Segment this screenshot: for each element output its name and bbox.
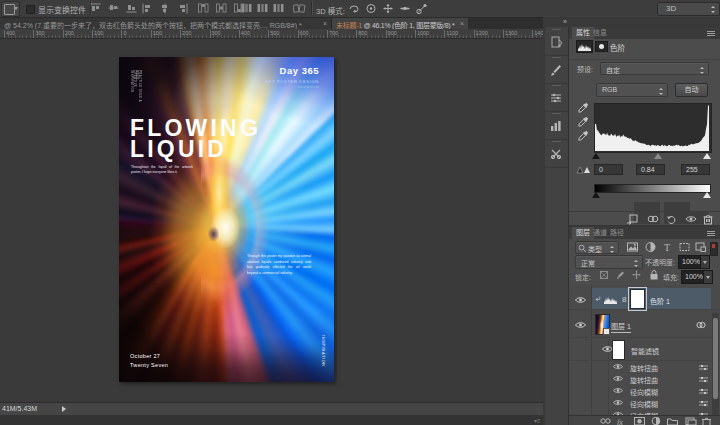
layer-row-smart-filters[interactable]: 智能滤镜 [569,339,720,361]
panel-menu-icon[interactable] [707,30,717,37]
add-adjustment-icon[interactable] [651,417,663,425]
brush-panel-icon[interactable] [545,55,568,84]
output-white-slider[interactable] [703,192,711,198]
filter-type-layers-icon[interactable]: T [662,242,673,252]
levels-histogram[interactable] [594,103,712,153]
document-tab-inactive[interactable]: @ 54.2% (7.重要的一步来了，双击红色箭头处的两个按钮，把两个模式都选择… [0,18,332,29]
show-transform-checkbox[interactable] [26,5,35,14]
link-layers-icon[interactable] [600,417,612,425]
dist-top-icon[interactable] [198,3,211,14]
lock-all-icon[interactable] [649,270,659,281]
eye-icon[interactable] [575,321,586,329]
tool-preset-picker[interactable] [1,1,20,17]
view-previous-state-icon[interactable] [647,214,659,224]
layer-effects-icon[interactable]: fx [617,417,629,425]
align-hcenter-icon[interactable] [160,3,173,14]
white-point-eyedropper-icon[interactable] [578,130,589,141]
reset-adjustment-icon[interactable] [666,214,678,224]
layer-thumbnail[interactable] [596,315,609,334]
align-vcenter-icon[interactable] [108,3,121,14]
filter-blend-options-icon[interactable] [699,388,708,395]
layer-mask-thumbnail[interactable] [630,289,645,309]
smart-filter-row[interactable]: 旋转扭曲 [569,361,720,373]
collapse-panels-icon[interactable]: » [563,18,568,25]
align-right-icon[interactable] [178,3,191,14]
filter-smart-objects-icon[interactable] [695,242,706,252]
status-popup-arrow-icon[interactable] [62,406,66,412]
3d-rotate-icon[interactable] [348,3,361,14]
lock-position-icon[interactable] [632,270,642,281]
align-bottom-icon[interactable] [126,3,139,14]
scrollbar-thumb[interactable] [713,318,718,399]
channel-dropdown[interactable]: RGB [596,83,668,97]
delete-adjustment-icon[interactable] [702,214,714,224]
3d-drag-icon[interactable] [382,3,395,14]
filter-blend-options-icon[interactable] [699,364,708,371]
3d-roll-icon[interactable] [365,3,378,14]
gray-point-eyedropper-icon[interactable] [578,116,589,127]
preset-dropdown[interactable]: 自定 [600,62,709,75]
eye-icon[interactable] [613,399,624,407]
filter-adjustment-layers-icon[interactable] [645,242,656,252]
clone-source-panel-icon[interactable] [545,83,568,112]
blend-mode-dropdown[interactable]: 正常 [575,255,643,269]
layer-row-levels[interactable]: 8 色阶 1 [569,288,720,310]
smart-filters-label[interactable]: 智能滤镜 [631,346,659,356]
tab-close-icon[interactable]: × [323,20,327,27]
layer-row-layer1[interactable]: 图层 1 [569,312,720,338]
filter-mask-thumbnail[interactable] [613,341,624,359]
new-layer-icon[interactable] [685,417,697,425]
fill-field[interactable]: 100% [681,270,713,284]
input-black-field[interactable]: 0 [594,164,623,175]
auto-button[interactable]: 自动 [675,83,708,97]
eye-icon[interactable] [602,345,613,353]
output-black-slider[interactable] [592,192,600,198]
white-input-slider[interactable] [703,153,711,159]
filter-pixel-layers-icon[interactable] [627,242,638,252]
layer-name[interactable]: 图层 1 [611,321,631,333]
filter-switch[interactable] [710,242,718,256]
panel-menu-icon[interactable] [707,230,717,237]
3d-slide-icon[interactable] [399,3,412,14]
opacity-field[interactable]: 100% [678,255,710,269]
dist-left-icon[interactable] [241,3,254,14]
gamma-input-slider[interactable] [654,153,662,159]
mask-link-icon[interactable]: 8 [622,295,626,304]
output-levels-gradient[interactable] [594,184,711,193]
eye-icon[interactable] [575,296,586,304]
dist-right-icon[interactable] [273,3,286,14]
eye-icon[interactable] [613,363,624,371]
tab-paths[interactable]: 路径 [606,227,628,239]
input-white-field[interactable]: 255 [681,164,710,175]
toggle-visibility-icon[interactable] [685,214,697,224]
filter-shape-layers-icon[interactable] [679,242,690,252]
clip-to-layer-icon[interactable] [626,214,638,224]
input-gamma-field[interactable]: 0.84 [636,164,665,175]
poster-document[interactable]: FLOWINGLIQUID Throughout the liquid of t… [119,57,334,382]
levels-adjustment-icon[interactable] [603,294,618,305]
lock-transparent-icon[interactable] [600,270,610,281]
delete-layer-icon[interactable] [701,417,713,425]
smart-filter-row[interactable]: 径向模糊 [569,397,720,409]
filter-blend-options-icon[interactable] [699,400,708,407]
layer-name[interactable]: 色阶 1 [650,296,670,306]
document-tab-active[interactable]: 未标题-1 @ 46.1% (色阶 1, 图层蒙版/8) * × [332,18,468,29]
history-panel-icon[interactable] [545,27,568,56]
black-input-slider[interactable] [592,153,600,159]
workspace-select[interactable]: 3D [657,2,720,16]
align-top-icon[interactable] [90,3,103,14]
align-left-icon[interactable] [142,3,155,14]
tab-close-icon[interactable]: × [460,20,464,27]
tab-info[interactable]: 信息 [589,27,611,39]
3d-scale-icon[interactable] [416,3,429,14]
notes-panel-icon[interactable] [545,139,568,168]
dist-vcenter-icon[interactable] [216,3,229,14]
canvas-area[interactable]: FLOWINGLIQUID Throughout the liquid of t… [0,39,543,402]
filter-blend-options-icon[interactable] [699,376,708,383]
eye-icon[interactable] [613,387,624,395]
smart-filter-row[interactable]: 旋转扭曲 [569,373,720,385]
auto-align-layers-icon[interactable] [293,3,306,14]
new-group-icon[interactable] [667,417,679,425]
add-mask-icon[interactable] [634,417,646,425]
lock-image-icon[interactable] [616,270,626,281]
